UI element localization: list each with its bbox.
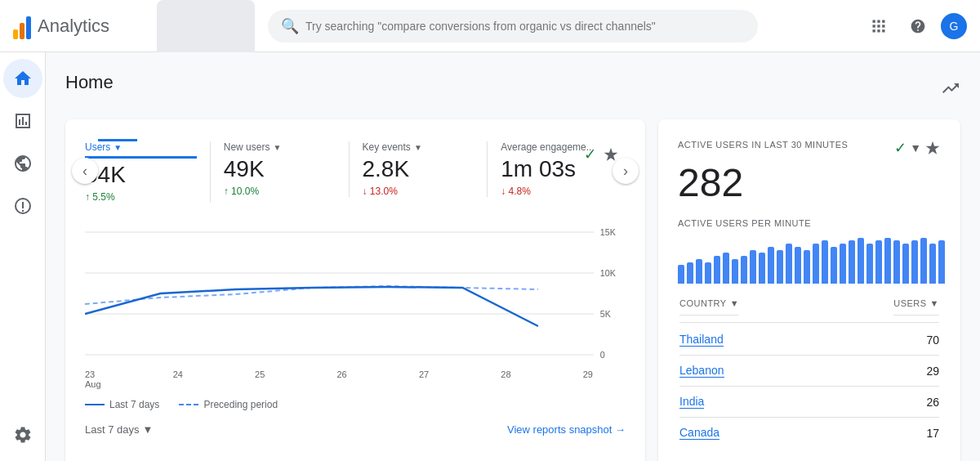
bar-5	[714, 256, 720, 284]
legend-solid-line	[85, 404, 105, 405]
svg-rect-0	[873, 20, 875, 22]
view-reports-link[interactable]: View reports snapshot →	[507, 423, 626, 436]
topbar: Analytics 🔍 G	[0, 0, 980, 52]
bar-25	[893, 240, 900, 284]
date-range-selector[interactable]: Last 7 days ▼	[85, 423, 153, 436]
main-card: ‹ Users ▼ 64K ↑ 5.5%	[65, 119, 645, 461]
metric-new-users-change: ↑ 10.0%	[224, 186, 336, 197]
metric-users-label[interactable]: Users ▼	[85, 141, 197, 159]
x-label-24: 24	[173, 369, 183, 389]
bar-21	[858, 238, 864, 284]
x-label-26: 26	[337, 369, 347, 389]
bar-14	[795, 247, 801, 284]
country-col-header[interactable]: COUNTRY ▼	[679, 298, 739, 308]
bar-6	[723, 253, 729, 284]
bar-23	[875, 240, 882, 284]
layout: Home ‹ Users	[0, 52, 980, 461]
dropdown-side-icon[interactable]: ▼	[910, 141, 921, 154]
svg-rect-4	[877, 25, 880, 27]
sparkle-side-icon[interactable]	[924, 140, 941, 156]
metric-key-events-change: ↓ 13.0%	[363, 186, 474, 197]
bar-9	[750, 250, 756, 284]
svg-rect-1	[877, 20, 880, 22]
card-actions: ✓	[584, 145, 619, 163]
analytics-logo	[13, 13, 31, 39]
metric-key-events-label[interactable]: Key events ▼	[363, 141, 474, 153]
legend-preceding-label: Preceding period	[203, 399, 278, 410]
metrics-container: ‹ Users ▼ 64K ↑ 5.5%	[85, 139, 626, 203]
active-users-title: ACTIVE USERS IN LAST 30 MINUTES	[678, 140, 848, 150]
page-actions	[941, 78, 960, 101]
bar-16	[813, 244, 819, 284]
country-name-thailand[interactable]: Thailand	[679, 333, 724, 347]
side-card-actions: ✓ ▼	[894, 139, 941, 157]
per-minute-label: ACTIVE USERS PER MINUTE	[678, 218, 941, 228]
metric-new-users: New users ▼ 49K ↑ 10.0%	[211, 141, 350, 197]
metric-users-value: 64K	[85, 162, 197, 188]
x-label-23: 23Aug	[85, 369, 101, 389]
sidebar-item-settings[interactable]	[3, 415, 42, 454]
bar-29	[929, 244, 936, 284]
bar-3	[696, 259, 702, 284]
bar-12	[777, 250, 783, 284]
search-bar[interactable]: 🔍	[268, 10, 758, 43]
country-users-canada: 17	[926, 427, 939, 440]
country-row-lebanon: Lebanon 29	[679, 356, 939, 387]
help-icon[interactable]	[902, 10, 934, 43]
dropdown-icon: ▼	[114, 143, 122, 152]
country-users-india: 26	[926, 396, 939, 409]
bar-4	[705, 262, 711, 284]
side-card-header-row: ACTIVE USERS IN LAST 30 MINUTES ✓ ▼	[678, 139, 941, 157]
sidebar-item-reports[interactable]	[3, 101, 42, 141]
metric-new-users-label[interactable]: New users ▼	[224, 141, 336, 153]
country-name-canada[interactable]: Canada	[679, 426, 719, 440]
prev-metric-button[interactable]: ‹	[72, 158, 98, 184]
sidebar	[0, 52, 46, 461]
metric-new-users-value: 49K	[224, 156, 336, 182]
x-label-25: 25	[255, 369, 265, 389]
country-sort-icon: ▼	[730, 298, 739, 308]
bar-2	[687, 262, 693, 284]
date-range-label: Last 7 days	[85, 423, 140, 436]
bar-13	[786, 244, 792, 284]
legend-last7-label: Last 7 days	[109, 399, 159, 410]
bar-18	[831, 247, 837, 284]
svg-rect-8	[882, 29, 884, 32]
sidebar-item-advertising[interactable]	[3, 186, 42, 226]
tab-area	[157, 0, 255, 52]
country-name-lebanon[interactable]: Lebanon	[679, 364, 724, 378]
sidebar-item-home[interactable]	[3, 59, 42, 98]
apps-icon[interactable]	[862, 10, 895, 43]
svg-text:5K: 5K	[600, 309, 612, 319]
sidebar-item-explore[interactable]	[3, 144, 42, 183]
side-card: ACTIVE USERS IN LAST 30 MINUTES ✓ ▼ 282 …	[658, 119, 960, 461]
user-avatar[interactable]: G	[941, 13, 967, 39]
country-row-canada: Canada 17	[679, 418, 939, 448]
app-title: Analytics	[38, 16, 109, 37]
next-metric-button[interactable]: ›	[612, 158, 639, 184]
search-icon: 🔍	[281, 17, 299, 35]
bar-20	[849, 240, 855, 284]
line-chart: 15K 10K 5K 0	[85, 216, 626, 363]
active-users-header: ACTIVE USERS IN LAST 30 MINUTES	[678, 140, 848, 150]
bar-11	[768, 247, 774, 284]
svg-text:0: 0	[600, 350, 605, 360]
country-name-india[interactable]: India	[679, 395, 704, 409]
chart-area: 15K 10K 5K 0	[85, 216, 626, 363]
bar-30	[938, 240, 945, 284]
date-range-dropdown-icon: ▼	[143, 423, 154, 436]
check-icon-side[interactable]: ✓	[894, 139, 906, 157]
bar-7	[732, 259, 738, 284]
search-input[interactable]	[305, 20, 745, 33]
bar-24	[884, 238, 891, 284]
trend-icon	[941, 78, 960, 98]
chart-x-labels: 23Aug 24 25 26 27 28 29	[85, 369, 626, 389]
bar-27	[911, 240, 918, 284]
users-col-header[interactable]: USERS ▼	[893, 298, 939, 308]
legend-preceding: Preceding period	[179, 399, 278, 410]
nav-tab[interactable]	[157, 0, 255, 52]
check-icon[interactable]: ✓	[584, 145, 596, 163]
svg-rect-7	[877, 29, 880, 32]
chart-legend: Last 7 days Preceding period	[85, 399, 626, 410]
country-table-header: COUNTRY ▼ USERS ▼	[679, 298, 939, 323]
